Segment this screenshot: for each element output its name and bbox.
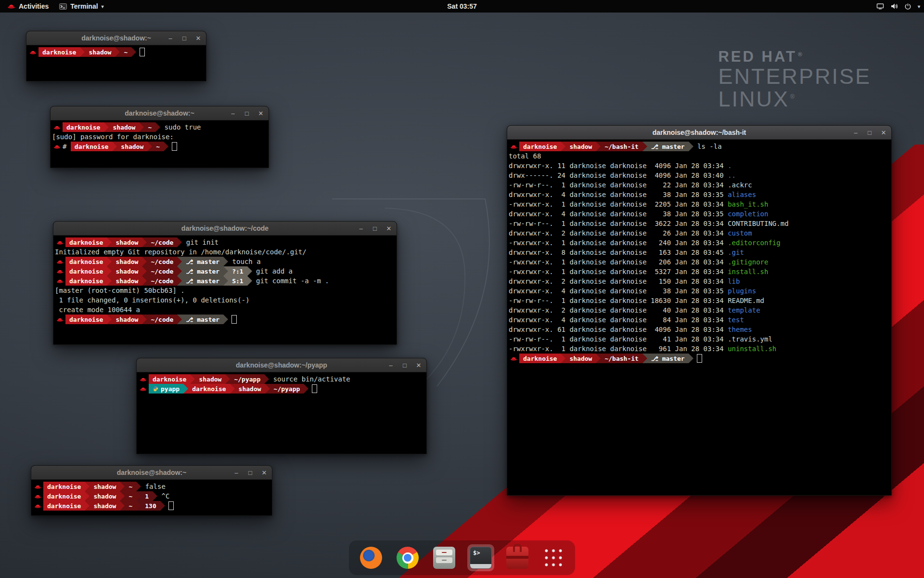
powerline-separator-icon	[177, 315, 182, 324]
powerline-separator-icon	[223, 266, 228, 276]
prompt-segment-user: darknoise	[43, 491, 85, 501]
app-menu[interactable]: Terminal ▾	[54, 0, 109, 13]
powerline-separator-icon	[142, 276, 147, 286]
terminal-body[interactable]: darknoiseshadow~	[26, 45, 206, 81]
terminal-text: themes	[728, 326, 752, 333]
terminal-line: drwxrwxr-x. 8 darknoise darknoise 163 Ja…	[509, 248, 890, 257]
redhat-prompt-icon	[53, 144, 61, 149]
dock-item-software[interactable]	[504, 544, 531, 571]
minimize-button[interactable]: –	[358, 225, 364, 232]
powerline-separator-icon	[136, 501, 141, 511]
prompt-segment-path: ~	[125, 501, 136, 511]
terminal-body[interactable]: darknoiseshadow~/pyapp source bin/activa…	[137, 372, 426, 454]
terminal-text: .	[728, 162, 732, 170]
terminal-text: [sudo] password for darknoise:	[52, 133, 178, 141]
terminal-cursor	[172, 142, 177, 151]
terminal-line: -rw-rw-r--. 1 darknoise darknoise 3622 J…	[509, 219, 890, 228]
maximize-button[interactable]: □	[372, 225, 378, 232]
terminal-text: total 68	[509, 152, 541, 160]
terminal-line: darknoiseshadow~/code⎇ master?:1 git add…	[55, 266, 395, 276]
window-title: darknoise@shadow:~	[117, 469, 187, 476]
window-titlebar[interactable]: darknoise@shadow:~/bash-it–□✕	[507, 126, 891, 140]
window-controls: –□✕	[167, 31, 202, 45]
window-titlebar[interactable]: darknoise@shadow:~–□✕	[31, 466, 272, 480]
terminal-text: install.sh	[728, 268, 768, 276]
powerline-separator-icon	[689, 354, 693, 363]
powerline-separator-icon	[104, 122, 109, 132]
terminal-line: create mode 100644 a	[55, 305, 395, 315]
terminal-text: drwxrwxr-x. 4 darknoise darknoise 38 Jan…	[509, 287, 728, 295]
terminal-text: README.md	[728, 297, 764, 304]
powerline-separator-icon	[153, 491, 157, 501]
window-controls: –□✕	[387, 358, 422, 372]
prompt-segment-path: ~	[152, 142, 164, 151]
dock-item-files[interactable]	[431, 544, 458, 571]
prompt-segment-user: darknoise	[65, 257, 107, 266]
prompt-segment-path: ~	[120, 47, 131, 57]
minimize-button[interactable]: –	[167, 35, 174, 41]
terminal-body[interactable]: darknoiseshadow~/bash-it⎇ master ls -lat…	[507, 140, 891, 495]
maximize-button[interactable]: □	[181, 35, 188, 41]
terminal-body[interactable]: darknoiseshadow~/code git initInitialize…	[53, 236, 397, 344]
redhat-prompt-icon	[140, 386, 147, 392]
activities-button[interactable]: Activities	[2, 0, 54, 13]
terminal-text: touch a	[228, 258, 260, 265]
system-status-area[interactable]: ▾	[876, 0, 920, 13]
clock[interactable]: Sat 03:57	[447, 0, 476, 13]
prompt-segment-user: darknoise	[63, 122, 104, 132]
prompt-segment-user: darknoise	[65, 276, 107, 286]
display-icon	[876, 3, 884, 10]
minimize-button[interactable]: –	[230, 110, 236, 117]
close-button[interactable]: ✕	[880, 130, 887, 136]
powerline-separator-icon	[136, 491, 141, 501]
prompt-segment-git: ⎇ master	[182, 315, 223, 324]
powerline-separator-icon	[177, 266, 182, 276]
window-titlebar[interactable]: darknoise@shadow:~/code–□✕	[53, 222, 397, 236]
terminal-line: total 68	[509, 151, 890, 161]
volume-icon	[890, 3, 898, 10]
prompt-segment-user: darknoise	[65, 266, 107, 276]
powerline-separator-icon	[115, 47, 120, 57]
dock-item-firefox[interactable]	[358, 544, 385, 571]
terminal-line: darknoiseshadow~/code⎇ master	[55, 315, 395, 324]
terminal-line: darknoiseshadow~ false	[33, 482, 270, 491]
terminal-text: ..	[728, 171, 736, 179]
close-button[interactable]: ✕	[195, 35, 202, 41]
minimize-button[interactable]: –	[233, 470, 240, 476]
window-title: darknoise@shadow:~	[81, 34, 151, 42]
maximize-button[interactable]: □	[247, 470, 254, 476]
minimize-button[interactable]: –	[852, 130, 859, 136]
window-titlebar[interactable]: darknoise@shadow:~–□✕	[51, 106, 269, 120]
maximize-button[interactable]: □	[401, 362, 408, 368]
window-titlebar[interactable]: darknoise@shadow:~/pyapp–□✕	[137, 358, 426, 372]
minimize-button[interactable]: –	[387, 362, 394, 368]
close-button[interactable]: ✕	[257, 110, 264, 117]
maximize-button[interactable]: □	[866, 130, 873, 136]
powerline-separator-icon	[177, 257, 182, 266]
terminal-cursor	[312, 384, 317, 393]
terminal-line: pyappdarknoiseshadow~/pyapp	[138, 384, 425, 394]
powerline-separator-icon	[183, 384, 188, 394]
powerline-separator-icon	[160, 501, 165, 511]
close-button[interactable]: ✕	[385, 225, 392, 232]
dock-item-app-grid[interactable]	[540, 545, 566, 571]
terminal-text: 1 file changed, 0 insertions(+), 0 delet…	[55, 296, 250, 304]
terminal-text: -rw-rw-r--. 1 darknoise darknoise 3622 J…	[509, 220, 728, 227]
terminal-cursor	[697, 354, 702, 363]
terminal-line: drwxrwxr-x. 2 darknoise darknoise 150 Ja…	[509, 276, 890, 286]
dock-item-chrome[interactable]	[394, 544, 421, 571]
terminal-body[interactable]: darknoiseshadow~ sudo true[sudo] passwor…	[51, 120, 269, 168]
terminal-body[interactable]: darknoiseshadow~ falsedarknoiseshadow~1 …	[31, 480, 272, 515]
dock-item-terminal[interactable]	[467, 544, 494, 571]
close-button[interactable]: ✕	[415, 362, 422, 368]
prompt-segment-user: darknoise	[43, 482, 85, 491]
close-button[interactable]: ✕	[261, 470, 268, 476]
terminal-line: -rw-rw-r--. 1 darknoise darknoise 41 Jan…	[509, 334, 890, 344]
window-titlebar[interactable]: darknoise@shadow:~–□✕	[26, 31, 206, 45]
terminal-text: lib	[728, 277, 740, 285]
prompt-segment-path: ~/bash-it	[601, 142, 642, 151]
terminal-text: [master (root-commit) 50bcb63] .	[55, 287, 185, 294]
maximize-button[interactable]: □	[244, 110, 250, 117]
redhat-prompt-icon	[140, 377, 147, 382]
powerline-separator-icon	[304, 384, 308, 394]
